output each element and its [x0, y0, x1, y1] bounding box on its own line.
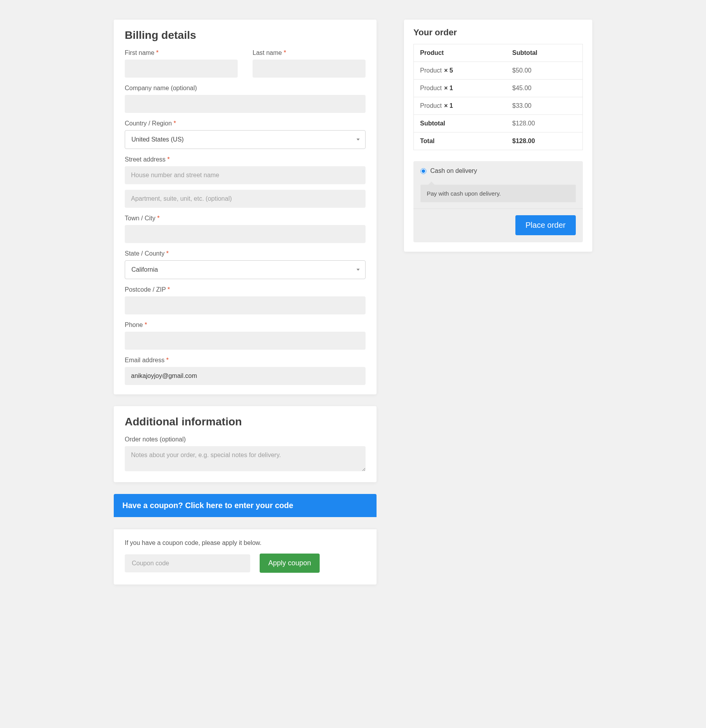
email-input[interactable] [125, 367, 366, 385]
postcode-input[interactable] [125, 296, 366, 314]
company-input[interactable] [125, 95, 366, 113]
required-marker: * [167, 286, 170, 293]
phone-input[interactable] [125, 332, 366, 350]
first-name-input[interactable] [125, 60, 238, 78]
order-table: Product Subtotal Product× 5 $50.00 Produ… [413, 44, 583, 150]
coupon-hint: If you have a coupon code, please apply … [125, 539, 366, 546]
additional-heading: Additional information [125, 416, 366, 428]
required-marker: * [157, 215, 160, 221]
first-name-label: First name * [125, 49, 238, 56]
apply-coupon-button[interactable]: Apply coupon [260, 554, 320, 573]
notes-label: Order notes (optional) [125, 436, 366, 443]
required-marker: * [145, 321, 147, 328]
payment-box: Cash on delivery Pay with cash upon deli… [413, 161, 583, 242]
place-order-button[interactable]: Place order [515, 215, 576, 235]
street-label: Street address * [125, 156, 366, 163]
country-label: Country / Region * [125, 120, 366, 127]
col-subtotal: Subtotal [506, 44, 582, 62]
coupon-code-input[interactable] [125, 554, 250, 572]
required-marker: * [166, 357, 169, 363]
last-name-input[interactable] [253, 60, 366, 78]
coupon-section: Have a coupon? Click here to enter your … [114, 494, 377, 585]
last-name-label: Last name * [253, 49, 366, 56]
order-summary-card: Your order Product Subtotal Product× 5 $… [404, 20, 592, 252]
company-label: Company name (optional) [125, 85, 366, 92]
billing-heading: Billing details [125, 29, 366, 42]
required-marker: * [156, 49, 158, 56]
street-address-1-input[interactable] [125, 166, 366, 184]
phone-label: Phone * [125, 321, 366, 329]
cod-option[interactable]: Cash on delivery [420, 167, 576, 174]
billing-details-card: Billing details First name * Last name *… [114, 20, 377, 394]
additional-info-card: Additional information Order notes (opti… [114, 406, 377, 482]
required-marker: * [284, 49, 286, 56]
cod-radio[interactable] [420, 168, 426, 174]
coupon-banner[interactable]: Have a coupon? Click here to enter your … [114, 494, 377, 517]
city-input[interactable] [125, 225, 366, 243]
col-product: Product [414, 44, 506, 62]
street-address-2-input[interactable] [125, 190, 366, 208]
table-row: Product× 1 $33.00 [414, 97, 583, 115]
email-label: Email address * [125, 357, 366, 364]
order-heading: Your order [413, 27, 583, 38]
country-select[interactable]: United States (US) [125, 130, 366, 149]
table-row: Product× 5 $50.00 [414, 62, 583, 80]
total-row: Total $128.00 [414, 133, 583, 150]
subtotal-row: Subtotal $128.00 [414, 115, 583, 133]
table-row: Product× 1 $45.00 [414, 80, 583, 97]
postcode-label: Postcode / ZIP * [125, 286, 366, 293]
required-marker: * [166, 250, 169, 257]
state-label: State / County * [125, 250, 366, 257]
state-select[interactable]: California [125, 260, 366, 279]
notes-textarea[interactable] [125, 446, 366, 471]
required-marker: * [167, 156, 170, 163]
required-marker: * [174, 120, 176, 127]
cod-description: Pay with cash upon delivery. [420, 185, 576, 202]
city-label: Town / City * [125, 215, 366, 222]
